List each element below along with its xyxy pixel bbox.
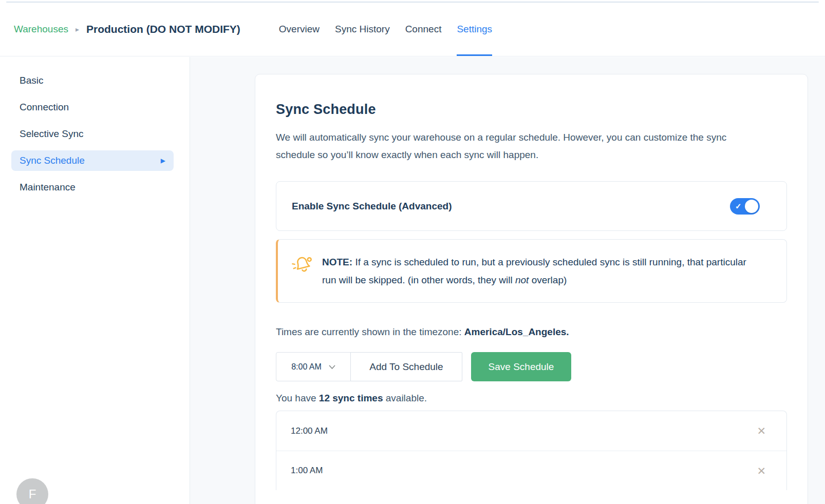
time-select-dropdown[interactable]: 8:00 AM bbox=[276, 352, 351, 381]
add-to-schedule-button[interactable]: Add To Schedule bbox=[350, 352, 462, 381]
schedule-controls: 8:00 AM Add To Schedule Save Schedule bbox=[276, 352, 787, 381]
availability-count: 12 sync times bbox=[319, 393, 383, 403]
breadcrumb: Warehouses ▸ Production (DO NOT MODIFY) bbox=[0, 3, 240, 56]
availability-before: You have bbox=[276, 393, 319, 403]
bell-notification-icon bbox=[290, 255, 313, 278]
sidebar-item-label: Maintenance bbox=[20, 177, 76, 198]
active-item-arrow-icon: ▶ bbox=[161, 150, 165, 171]
sync-time-row: 12:00 AM ✕ bbox=[276, 411, 786, 451]
chevron-down-icon bbox=[329, 362, 335, 372]
section-title: Sync Schedule bbox=[276, 102, 787, 118]
timezone-label: Times are currently shown in the timezon… bbox=[276, 326, 464, 337]
settings-content: Sync Schedule We will automatically sync… bbox=[190, 57, 825, 504]
tab-sync-history[interactable]: Sync History bbox=[335, 3, 390, 56]
sync-time-value: 1:00 AM bbox=[291, 466, 323, 476]
timezone-value: America/Los_Angeles bbox=[464, 326, 567, 337]
toggle-knob bbox=[745, 200, 758, 213]
tab-settings[interactable]: Settings bbox=[457, 3, 492, 56]
sidebar-item-connection[interactable]: Connection bbox=[11, 97, 174, 118]
breadcrumb-separator-icon: ▸ bbox=[76, 25, 79, 33]
sync-time-value: 12:00 AM bbox=[291, 426, 328, 436]
sidebar-item-selective-sync[interactable]: Selective Sync bbox=[11, 124, 174, 144]
user-avatar[interactable]: F bbox=[16, 478, 48, 504]
timezone-line: Times are currently shown in the timezon… bbox=[276, 326, 787, 338]
app-window: Warehouses ▸ Production (DO NOT MODIFY) … bbox=[0, 0, 825, 504]
sidebar-nav: Basic Connection Selective Sync Sync Sch… bbox=[0, 57, 190, 198]
save-schedule-button[interactable]: Save Schedule bbox=[471, 352, 571, 381]
note-italic-word: not bbox=[515, 275, 529, 285]
enable-sync-schedule-row: Enable Sync Schedule (Advanced) ✓ bbox=[276, 181, 787, 231]
sync-times-list: 12:00 AM ✕ 1:00 AM ✕ bbox=[276, 411, 787, 490]
time-select-value: 8:00 AM bbox=[291, 362, 322, 372]
tab-overview[interactable]: Overview bbox=[279, 3, 320, 56]
sidebar-item-maintenance[interactable]: Maintenance bbox=[11, 177, 174, 198]
sync-schedule-card: Sync Schedule We will automatically sync… bbox=[255, 74, 808, 504]
tab-connect[interactable]: Connect bbox=[405, 3, 442, 56]
breadcrumb-warehouses-link[interactable]: Warehouses bbox=[14, 24, 68, 35]
timezone-suffix: . bbox=[566, 326, 569, 337]
availability-line: You have 12 sync times available. bbox=[276, 393, 787, 404]
note-text: NOTE: If a sync is scheduled to run, but… bbox=[322, 253, 749, 289]
sidebar-item-label: Sync Schedule bbox=[20, 150, 85, 171]
sidebar-item-basic[interactable]: Basic bbox=[11, 70, 174, 91]
settings-sidebar: Basic Connection Selective Sync Sync Sch… bbox=[0, 57, 190, 504]
note-body-2: overlap) bbox=[529, 275, 567, 285]
header-tabs: Overview Sync History Connect Settings bbox=[279, 3, 492, 56]
section-description: We will automatically sync your warehous… bbox=[276, 129, 753, 164]
remove-time-close-icon[interactable]: ✕ bbox=[757, 425, 766, 436]
sync-schedule-toggle[interactable]: ✓ bbox=[730, 198, 760, 215]
sync-time-row: 1:00 AM ✕ bbox=[276, 451, 786, 490]
page-header: Warehouses ▸ Production (DO NOT MODIFY) … bbox=[0, 3, 825, 56]
availability-after: available. bbox=[383, 393, 427, 403]
remove-time-close-icon[interactable]: ✕ bbox=[757, 466, 766, 476]
check-icon: ✓ bbox=[735, 201, 742, 210]
sidebar-item-sync-schedule[interactable]: Sync Schedule ▶ bbox=[11, 150, 174, 171]
sidebar-item-label: Basic bbox=[20, 70, 43, 91]
toggle-label: Enable Sync Schedule (Advanced) bbox=[292, 201, 452, 212]
sidebar-item-label: Connection bbox=[20, 97, 69, 118]
note-callout: NOTE: If a sync is scheduled to run, but… bbox=[276, 239, 787, 303]
sidebar-item-label: Selective Sync bbox=[20, 124, 84, 144]
page-title: Production (DO NOT MODIFY) bbox=[86, 23, 240, 35]
note-prefix: NOTE: bbox=[322, 257, 352, 267]
